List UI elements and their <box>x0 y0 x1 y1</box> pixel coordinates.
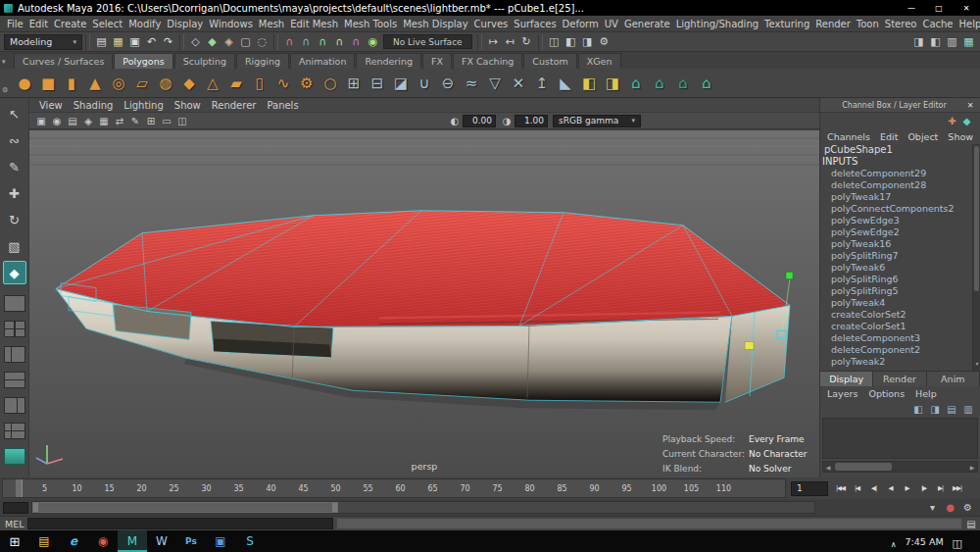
close-icon[interactable] <box>964 101 976 110</box>
status-line-divider[interactable] <box>179 34 184 50</box>
menu-item[interactable]: Mesh Tools <box>341 19 400 29</box>
gamma-icon[interactable]: ◑ <box>499 114 514 128</box>
input-node-item[interactable]: deleteComponent2 <box>820 344 980 356</box>
persp-outliner-layout-button[interactable] <box>4 346 25 363</box>
ipr-render-icon[interactable]: ◨ <box>579 33 596 50</box>
vertex-handle[interactable] <box>786 273 793 279</box>
poly-prism-icon[interactable]: ▰ <box>225 72 247 95</box>
reduce-icon[interactable]: ▽ <box>484 72 506 95</box>
input-node-item[interactable]: polySplitRing7 <box>820 250 980 262</box>
shelf-tab[interactable]: Rendering <box>356 53 421 69</box>
character-set-menu-icon[interactable]: ▾ <box>925 501 940 515</box>
channel-box-menu-item[interactable]: Channels <box>827 131 870 142</box>
inputs-section-label[interactable]: INPUTS <box>820 156 980 168</box>
step-forward-key-button[interactable]: ▶| <box>932 480 949 496</box>
multi-cut-icon[interactable]: ✕ <box>508 72 529 95</box>
channel-box-toggle-icon[interactable]: ▥ <box>944 33 960 50</box>
poly-gear-icon[interactable]: ⚙ <box>296 72 318 95</box>
menu-item[interactable]: Edit Mesh <box>287 19 341 29</box>
camera-attributes-icon[interactable]: ▤ <box>65 114 80 128</box>
color-management-dropdown[interactable]: sRGB gamma <box>553 115 641 127</box>
layer-editor-menu-item[interactable]: Layers <box>827 388 858 399</box>
input-node-item[interactable]: deleteComponent3 <box>820 332 980 344</box>
outlook-icon[interactable]: ▣ <box>206 530 235 552</box>
scroll-right-icon[interactable] <box>967 464 977 471</box>
poly-soccer-ball-icon[interactable]: ○ <box>319 72 341 95</box>
menu-item[interactable]: Deform <box>560 19 602 29</box>
poly-plane-icon[interactable]: ▱ <box>131 72 153 95</box>
maximize-button[interactable]: □ <box>925 0 953 16</box>
menu-item[interactable]: Select <box>89 19 125 29</box>
input-node-item[interactable]: createColorSet1 <box>820 321 980 332</box>
go-to-end-button[interactable]: ▶▶| <box>949 480 965 496</box>
shelf-tab[interactable]: Curves / Surfaces <box>14 53 113 69</box>
single-pane-layout-button[interactable] <box>4 295 25 312</box>
three-pane-layout-button[interactable] <box>4 423 25 439</box>
input-node-item[interactable]: polySplitRing5 <box>820 285 980 297</box>
3d-scene[interactable] <box>29 130 819 477</box>
persp-graph-layout-button[interactable] <box>4 397 25 414</box>
layer-editor-tab[interactable]: Anim <box>927 372 980 386</box>
poly-disc-icon[interactable]: ◍ <box>155 72 176 95</box>
scroll-left-icon[interactable] <box>823 464 833 471</box>
lock-camera-icon[interactable]: ◉ <box>49 114 65 128</box>
go-to-start-button[interactable]: |◀◀ <box>832 480 849 496</box>
poly-pyramid-icon[interactable]: △ <box>202 72 223 95</box>
shelf-tab[interactable]: Polygons <box>114 53 172 69</box>
viewport-canvas[interactable]: Playback Speed: Every Frame Current Char… <box>29 130 819 477</box>
image-plane-icon[interactable]: ▦ <box>96 114 112 128</box>
minimize-button[interactable]: — <box>898 0 925 16</box>
grid-icon[interactable]: ⊞ <box>143 114 159 128</box>
current-time-marker[interactable] <box>16 479 23 497</box>
panel-menu-item[interactable]: Lighting <box>123 100 163 111</box>
boolean-union-icon[interactable]: ∪ <box>414 72 435 95</box>
clock[interactable]: 7:45 AM <box>906 536 944 547</box>
menu-item[interactable]: Texturing <box>761 19 812 29</box>
exposure-icon[interactable]: ◐ <box>447 114 463 128</box>
panel-menu-item[interactable]: Shading <box>74 100 114 111</box>
rubber-band-selection-icon[interactable]: ◌ <box>254 33 270 50</box>
two-d-pan-zoom-icon[interactable]: ⇄ <box>112 114 127 128</box>
menu-item[interactable]: Mesh <box>256 19 287 29</box>
poly-cylinder-icon[interactable]: ▮ <box>61 72 82 95</box>
open-render-view-icon[interactable]: ◫ <box>546 33 563 50</box>
select-tool-icon[interactable]: ↖ <box>3 102 26 125</box>
snap-to-grid-icon[interactable]: ∩ <box>281 33 298 50</box>
output-connections-icon[interactable]: ↤ <box>502 33 518 50</box>
menu-item[interactable]: Windows <box>206 19 256 29</box>
input-node-item[interactable]: createColorSet2 <box>820 309 980 321</box>
scroll-down-icon[interactable] <box>973 351 980 370</box>
playback-range-bar[interactable] <box>32 502 338 513</box>
symmetry-icon[interactable]: ◨ <box>602 72 623 95</box>
resolution-gate-icon[interactable]: ◫ <box>174 114 190 128</box>
face-handle[interactable] <box>745 341 754 349</box>
chrome-icon[interactable]: ◉ <box>88 530 118 552</box>
time-slider-track[interactable]: 5101520253035404550556065707580859095100… <box>2 478 786 498</box>
undo-icon[interactable]: ↶ <box>143 33 160 50</box>
input-node-item[interactable]: polyTweak16 <box>820 238 980 250</box>
poly-pipe-icon[interactable]: ▯ <box>249 72 270 95</box>
live-surface-field[interactable]: No Live Surface <box>383 34 472 49</box>
channel-manipulator-icon[interactable]: ✚ <box>945 114 959 127</box>
input-node-item[interactable]: polyTweak6 <box>820 262 980 274</box>
shelf-tab[interactable]: Rigging <box>236 53 289 69</box>
poly-sphere-icon[interactable]: ● <box>14 72 35 95</box>
new-scene-icon[interactable]: ▤ <box>93 33 110 50</box>
select-by-object-type-icon[interactable]: ◆ <box>204 33 220 50</box>
close-button[interactable]: ✕ <box>953 0 980 16</box>
construction-history-icon[interactable]: ↻ <box>518 33 535 50</box>
layer-playback-icon[interactable]: ◨ <box>928 402 942 416</box>
shelf-tab[interactable]: Sculpting <box>174 53 235 69</box>
shelf-tab-menu-icon[interactable] <box>2 58 6 66</box>
layer-visibility-icon[interactable]: ◧ <box>911 402 925 416</box>
input-node-item[interactable]: deleteComponent28 <box>820 179 980 191</box>
channel-box-menu-item[interactable]: Object <box>907 131 938 142</box>
file-explorer-icon[interactable]: ▤ <box>29 530 59 552</box>
status-line-divider[interactable] <box>538 34 543 50</box>
auto-keyframe-toggle-icon[interactable]: ● <box>943 501 957 515</box>
layer-editor-menu-item[interactable]: Help <box>915 388 937 399</box>
menu-item[interactable]: Cache <box>919 19 956 29</box>
last-tool-icon[interactable]: ◆ <box>3 261 26 284</box>
shelf-tab[interactable]: XGen <box>578 53 621 69</box>
combine-icon[interactable]: ⊞ <box>343 72 365 95</box>
